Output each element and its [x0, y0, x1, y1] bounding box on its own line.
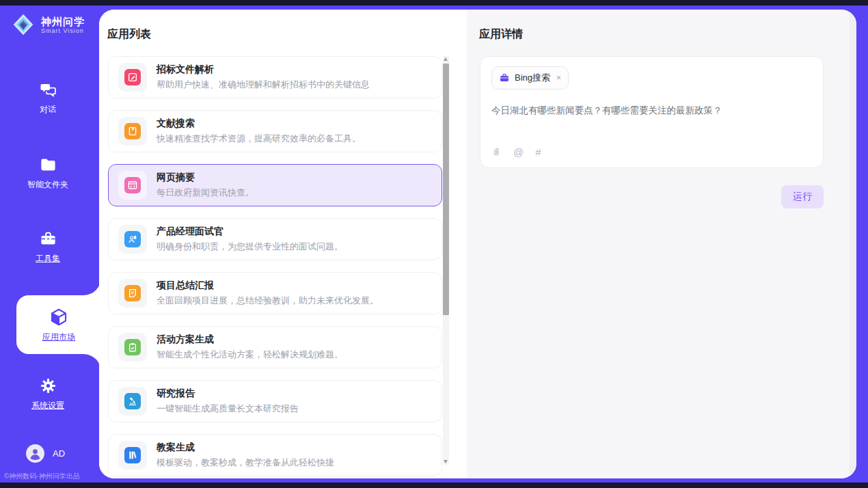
app-name: 活动方案生成 [157, 334, 343, 346]
folder-icon [39, 156, 57, 174]
app-card-literature-search[interactable]: 文献搜索 快速精准查找学术资源，提高研究效率的必备工具。 [108, 110, 442, 152]
app-desc: 帮助用户快速、准确地理解和解析招标书中的关键信息 [157, 79, 370, 91]
app-detail-panel: 应用详情 Bing搜索 × 今日湖北有哪些新闻要点？有哪些需要关注的最新政策？ … [467, 10, 856, 478]
note-icon [124, 285, 141, 301]
app-card-web-summary[interactable]: 网页摘要 每日政府新闻资讯快查。 [108, 164, 442, 206]
sidebar: 神州问学 Smart Vision 对话 智能文件夹 工具集 [0, 5, 96, 483]
books-icon [124, 447, 141, 463]
tag-close-icon[interactable]: × [556, 73, 561, 83]
brand-name: 神州问学 [41, 16, 85, 27]
app-list-panel: 应用列表 招标文件解析 帮助用户快速、准确地理解和解析招标书中的关键信息 [99, 10, 467, 478]
briefcase-icon [499, 72, 510, 83]
app-desc: 模板驱动，教案秒成，教学准备从此轻松快捷 [157, 457, 334, 469]
scroll-down-arrow[interactable] [443, 458, 449, 465]
app-name: 研究报告 [157, 388, 299, 400]
interviewer-icon [124, 231, 141, 247]
app-name: 文献搜索 [157, 118, 361, 130]
app-name: 项目总结汇报 [157, 280, 379, 292]
window-bottom-strip [0, 483, 868, 488]
mention-icon[interactable]: @ [513, 146, 524, 158]
tool-tag-label: Bing搜索 [515, 72, 550, 84]
scroll-up-arrow[interactable] [443, 56, 449, 63]
edit-icon [124, 69, 141, 85]
sidebar-item-chat[interactable]: 对话 [0, 81, 96, 116]
gear-icon [39, 377, 57, 395]
app-desc: 全面回顾项目进展，总结经验教训，助力未来优化发展。 [157, 295, 379, 307]
user-account[interactable]: AD [26, 444, 65, 463]
attachment-icon[interactable] [491, 146, 502, 158]
app-detail-title: 应用详情 [479, 27, 523, 42]
cube-icon [49, 307, 69, 327]
sidebar-item-app-market[interactable]: 应用市场 [16, 295, 101, 354]
app-card-pm-interviewer[interactable]: 产品经理面试官 明确身份和职责，为您提供专业性的面试问题。 [108, 218, 442, 260]
brand-subtitle: Smart Vision [41, 27, 85, 34]
app-card-bid-document-analysis[interactable]: 招标文件解析 帮助用户快速、准确地理解和解析招标书中的关键信息 [108, 56, 442, 98]
app-card-research-report[interactable]: 研究报告 一键智能生成高质量长文本研究报告 [108, 380, 442, 422]
app-desc: 智能生成个性化活动方案，轻松解决规划难题。 [157, 349, 343, 361]
avatar [26, 444, 44, 463]
app-card-lesson-plan[interactable]: 教案生成 模板驱动，教案秒成，教学准备从此轻松快捷 [108, 434, 442, 476]
main-panel: 应用列表 招标文件解析 帮助用户快速、准确地理解和解析招标书中的关键信息 [99, 10, 856, 478]
app-name: 产品经理面试官 [157, 226, 343, 238]
sidebar-item-label: 系统设置 [31, 400, 64, 411]
hashtag-icon[interactable]: # [535, 146, 541, 158]
app-desc: 明确身份和职责，为您提供专业性的面试问题。 [157, 241, 343, 253]
app-list-scrollbar[interactable] [443, 56, 449, 465]
app-list-title: 应用列表 [107, 27, 151, 42]
query-text[interactable]: 今日湖北有哪些新闻要点？有哪些需要关注的最新政策？ [491, 105, 812, 117]
clipboard-icon [124, 339, 141, 355]
brand-logo: 神州问学 Smart Vision [11, 12, 85, 37]
sidebar-item-label: 工具集 [36, 253, 60, 265]
chat-icon [39, 81, 57, 99]
scrollbar-thumb[interactable] [443, 64, 449, 315]
user-name: AD [53, 448, 65, 459]
app-list: 招标文件解析 帮助用户快速、准确地理解和解析招标书中的关键信息 文献搜索 快速精… [108, 56, 442, 478]
app-card-event-plan[interactable]: 活动方案生成 智能生成个性化活动方案，轻松解决规划难题。 [108, 326, 442, 368]
app-desc: 快速精准查找学术资源，提高研究效率的必备工具。 [157, 133, 361, 145]
app-desc: 每日政府新闻资讯快查。 [157, 187, 254, 199]
app-desc: 一键智能生成高质量长文本研究报告 [157, 403, 299, 415]
sidebar-item-label: 对话 [40, 104, 56, 116]
detail-scrollbar-track[interactable] [850, 10, 856, 478]
run-button[interactable]: 运行 [781, 185, 824, 208]
copyright-footer: ©神州数码·神州问学出品 [4, 472, 80, 481]
app-name: 教案生成 [157, 442, 334, 454]
gem-logo-icon [11, 12, 36, 37]
microscope-icon [124, 393, 141, 409]
book-icon [124, 123, 141, 139]
app-name: 招标文件解析 [157, 64, 370, 76]
window-top-strip [0, 0, 868, 5]
app-card-project-summary[interactable]: 项目总结汇报 全面回顾项目进展，总结经验教训，助力未来优化发展。 [108, 272, 442, 314]
sidebar-item-toolset[interactable]: 工具集 [0, 230, 96, 265]
sidebar-item-label: 智能文件夹 [27, 179, 68, 191]
app-name: 网页摘要 [157, 172, 254, 184]
sidebar-item-settings[interactable]: 系统设置 [0, 377, 96, 411]
browser-icon [124, 177, 141, 193]
toolbox-icon [39, 230, 57, 248]
sidebar-item-label: 应用市场 [42, 331, 75, 343]
tool-tag-bing-search[interactable]: Bing搜索 × [491, 66, 569, 90]
query-composer[interactable]: Bing搜索 × 今日湖北有哪些新闻要点？有哪些需要关注的最新政策？ @ # [480, 56, 824, 168]
sidebar-item-smart-folders[interactable]: 智能文件夹 [0, 156, 96, 191]
